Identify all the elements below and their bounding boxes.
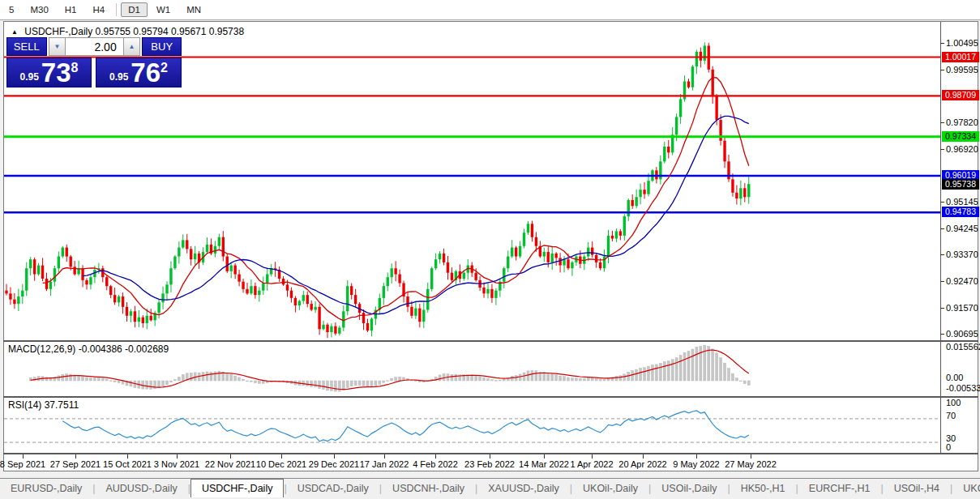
time-tick-label: 10 Dec 2021 [256,459,306,469]
time-tick-mark [281,454,282,458]
price-level-badge: 0.94783 [942,207,979,217]
time-tick-mark [751,454,751,458]
rsi-canvas[interactable] [4,398,940,453]
time-tick-label: 27 May 2022 [725,459,777,469]
time-tick-label: 14 Mar 2022 [519,459,569,469]
timeframe-button-w1[interactable]: W1 [149,2,178,17]
lot-increase-button[interactable]: ▲ [123,37,141,56]
rsi-label: RSI(14) 37.7511 [8,399,79,411]
toolbar-separator [116,3,117,16]
rsi-tick-label: 100 [946,398,980,407]
macd-panel-separator [3,340,978,342]
price-level-badge: 0.97334 [942,131,979,142]
time-tick-mark [334,454,335,458]
time-tick-mark [75,454,76,458]
timeframe-button-d1[interactable]: D1 [121,2,148,17]
timeframe-button-mn[interactable]: MN [179,2,208,17]
macd-tick-label: 0.00 [946,373,980,382]
time-tick-label: 9 May 2022 [673,459,719,469]
macd-tick-label: 0.015562 [946,342,980,352]
time-tick-label: 15 Oct 2021 [103,459,152,469]
chart-tab-usdchf-daily[interactable]: USDCHF-,Daily [190,479,285,497]
chart-tab-usdcnh-daily[interactable]: USDCNH-,Daily [382,480,475,497]
timeframe-button-5[interactable]: 5 [2,2,21,17]
price-tick-mark [940,254,944,255]
chart-tab-bar: EURUSD-,Daily|AUDUSD-,Daily|USDCHF-,Dail… [0,478,980,497]
price-tick-mark [940,228,944,229]
collapse-icon[interactable]: ▲ [11,28,18,36]
macd-tick-label: -0.005335 [946,383,980,393]
macd-label: MACD(12,26,9) -0.004386 -0.002689 [8,343,169,355]
price-tick-label: 0.93370 [946,250,980,259]
buy-price-display[interactable]: 0.95 76 2 [96,58,182,87]
price-tick-mark [940,334,944,335]
sell-price-base: 0.95 [20,71,39,83]
time-tick-mark [23,454,24,458]
price-tick-mark [940,308,944,309]
sell-price-display[interactable]: 0.95 73 8 [6,58,92,87]
buy-price-base: 0.95 [109,71,128,83]
one-click-trading-panel: SELL ▼ 2.00 ▲ BUY 0.95 73 8 0.95 76 2 [6,37,182,87]
time-tick-mark [544,454,545,458]
time-tick-mark [435,454,436,458]
sell-price-pip-digit: 8 [71,61,79,75]
chart-tab-usdcad-daily[interactable]: USDCAD-,Daily [287,480,379,497]
price-tick-mark [940,149,944,150]
chart-tab-eurusd-daily[interactable]: EURUSD-,Daily [0,480,92,497]
price-tick-mark [940,122,944,123]
time-tick-mark [592,454,593,458]
time-tick-mark [177,454,178,458]
rsi-value: 37.7511 [45,399,79,411]
price-tick-label: 0.94245 [946,224,980,233]
chart-ohlc-values: 0.95755 0.95794 0.95671 0.95738 [96,26,245,37]
rsi-panel-separator [3,396,978,398]
price-tick-label: 0.92470 [946,276,980,286]
price-tick-mark [940,202,944,203]
time-tick-mark [696,454,697,458]
rsi-name: RSI(14) [8,399,41,411]
macd-values: -0.004386 -0.002689 [79,343,169,355]
time-axis-separator [3,453,978,454]
time-tick-label: 4 Feb 2022 [413,459,458,469]
time-tick-label: 8 Sep 2021 [0,459,45,469]
chart-symbol-label: USDCHF-,Daily [24,26,92,37]
time-tick-label: 1 Apr 2022 [570,459,613,469]
time-tick-label: 27 Sep 2021 [50,459,101,469]
time-tick-label: 3 Nov 2021 [154,459,199,469]
timeframe-button-m30[interactable]: M30 [23,2,55,17]
timeframe-toolbar: 5M30H1H4D1W1MN [0,0,980,20]
lot-decrease-button[interactable]: ▼ [49,37,66,56]
price-level-badge: 0.98709 [942,90,979,100]
price-tick-mark [940,43,944,44]
chart-tab-usoil-daily[interactable]: USOil-,Daily [651,480,727,497]
price-tick-label: 0.97820 [946,117,980,127]
macd-name: MACD(12,26,9) [8,343,75,355]
price-tick-label: 1.00495 [946,38,980,48]
price-tick-label: 0.96920 [946,144,980,154]
time-tick-label: 17 Jan 2022 [360,459,409,469]
sell-price-big-digits: 73 [41,61,71,85]
chart-tab-usoil-h4[interactable]: USOil-,H4 [884,480,950,497]
price-tick-label: 0.99595 [946,65,980,75]
timeframe-button-h1[interactable]: H1 [58,2,84,17]
time-tick-mark [384,454,385,458]
sell-button[interactable]: SELL [6,37,47,56]
rsi-tick-label: 70 [946,411,980,420]
time-tick-mark [127,454,128,458]
current-price-badge: 0.95738 [942,179,979,190]
price-tick-mark [940,281,944,282]
chart-tab-hk50-h1[interactable]: HK50-,H1 [730,480,796,497]
time-tick-label: 29 Dec 2021 [309,459,359,469]
price-tick-label: 0.90695 [946,329,980,339]
chart-tab-eurchf-h1[interactable]: EURCHF-,H1 [798,480,881,497]
buy-button[interactable]: BUY [142,37,182,56]
time-tick-mark [643,454,644,458]
chart-tab-ukoil-h4[interactable]: UKOil-,H4 [952,480,980,497]
timeframe-button-h4[interactable]: H4 [85,2,112,17]
chart-tab-audusd-daily[interactable]: AUDUSD-,Daily [95,480,187,497]
lot-size-field[interactable]: 2.00 [66,37,122,56]
price-tick-mark [940,70,944,70]
price-tick-label: 0.95145 [946,197,980,207]
chart-tab-ukoil-daily[interactable]: UKOil-,Daily [572,480,648,497]
chart-tab-xauusd-daily[interactable]: XAUUSD-,Daily [477,480,570,497]
